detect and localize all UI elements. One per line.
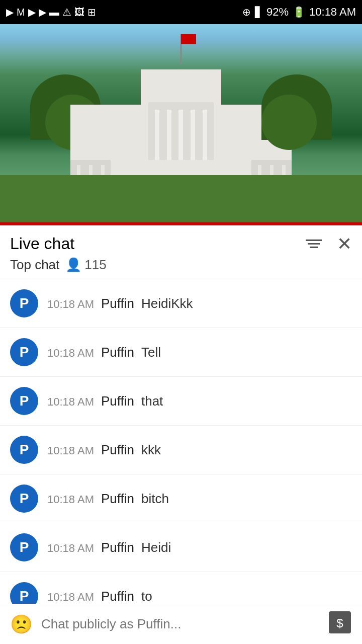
- time-display: 10:18 AM: [309, 6, 356, 19]
- status-bar-left: ▶ M ▶ ▶ ▬ ⚠ 🖼 ⊞: [6, 6, 96, 18]
- chat-content: 10:18 AM Puffin bitch: [47, 491, 352, 507]
- chat-message-item[interactable]: P 10:18 AM Puffin Heidi: [0, 523, 362, 572]
- chat-text: Tell: [141, 345, 161, 360]
- chat-time: 10:18 AM: [47, 542, 94, 555]
- video-area[interactable]: [0, 24, 362, 225]
- chat-message-item[interactable]: P 10:18 AM Puffin HeidiKkk: [0, 279, 362, 328]
- superchat-button[interactable]: $: [326, 610, 354, 638]
- chat-text: that: [141, 393, 163, 409]
- chat-username: Puffin: [101, 296, 134, 311]
- image-icon: 🖼: [74, 7, 84, 18]
- emoji-button[interactable]: 🙁: [8, 611, 34, 637]
- chat-time: 10:18 AM: [47, 493, 94, 506]
- livechat-controls: ✕: [303, 235, 352, 253]
- chat-message-item[interactable]: P 10:18 AM Puffin that: [0, 377, 362, 426]
- chat-content: 10:18 AM Puffin to: [47, 589, 352, 604]
- chat-time: 10:18 AM: [47, 395, 94, 409]
- filter-line-3: [310, 247, 318, 248]
- chat-username: Puffin: [101, 442, 134, 458]
- chat-content: 10:18 AM Puffin kkk: [47, 442, 352, 458]
- avatar: P: [10, 338, 38, 366]
- chat-time: 10:18 AM: [47, 298, 94, 311]
- folder-icon: ▬: [49, 7, 59, 18]
- avatar: P: [10, 533, 38, 561]
- chat-text: HeidiKkk: [141, 296, 193, 311]
- chat-username: Puffin: [101, 491, 134, 507]
- chat-time: 10:18 AM: [47, 591, 94, 604]
- chat-content: 10:18 AM Puffin HeidiKkk: [47, 296, 352, 311]
- alert-icon: ⚠: [62, 6, 71, 18]
- chat-username: Puffin: [101, 345, 134, 360]
- chat-message-item[interactable]: P 10:18 AM Puffin Tell: [0, 328, 362, 377]
- status-bar-right: ⊕ ▋ 92% 🔋 10:18 AM: [242, 6, 356, 19]
- chat-message-item[interactable]: P 10:18 AM Puffin kkk: [0, 426, 362, 474]
- topchat-label: Top chat: [10, 257, 59, 273]
- chat-input-bar: 🙁 $: [0, 604, 362, 644]
- avatar: P: [10, 387, 38, 415]
- chat-username: Puffin: [101, 589, 134, 604]
- youtube3-icon: ▶: [39, 6, 46, 18]
- chat-message-item[interactable]: P 10:18 AM Puffin bitch: [0, 474, 362, 523]
- viewer-number: 115: [84, 257, 106, 273]
- status-bar: ▶ M ▶ ▶ ▬ ⚠ 🖼 ⊞ ⊕ ▋ 92% 🔋 10:18 AM: [0, 0, 362, 24]
- chat-text: bitch: [141, 491, 169, 507]
- chat-list: P 10:18 AM Puffin HeidiKkk P 10:18 AM Pu…: [0, 279, 362, 644]
- topchat-row: Top chat 👤 115: [10, 257, 352, 279]
- battery-icon: 🔋: [293, 6, 305, 18]
- avatar: P: [10, 485, 38, 513]
- chat-input[interactable]: [41, 616, 319, 632]
- avatar: P: [10, 436, 38, 464]
- chat-text: to: [141, 589, 152, 604]
- m-icon: M: [17, 7, 25, 18]
- youtube-icon: ▶: [6, 6, 14, 18]
- chat-time: 10:18 AM: [47, 444, 94, 457]
- battery-percent: 92%: [266, 6, 289, 19]
- livechat-title-row: Live chat ✕: [10, 234, 352, 253]
- filter-button[interactable]: [303, 236, 325, 251]
- chat-time: 10:18 AM: [47, 347, 94, 360]
- livechat-header: Live chat ✕ Top chat 👤 115: [0, 225, 362, 279]
- close-button[interactable]: ✕: [337, 235, 352, 253]
- progress-bar: [0, 222, 362, 225]
- emoji-icon: 🙁: [10, 614, 33, 635]
- avatar: P: [10, 289, 38, 317]
- chat-text: Heidi: [141, 540, 171, 555]
- chat-text: kkk: [141, 442, 161, 458]
- chat-content: 10:18 AM Puffin that: [47, 393, 352, 409]
- chat-username: Puffin: [101, 393, 134, 409]
- signal-icon: ▋: [255, 6, 262, 18]
- livechat-title: Live chat: [10, 234, 74, 253]
- filter-line-1: [306, 239, 322, 241]
- svg-text:$: $: [336, 616, 343, 630]
- chat-content: 10:18 AM Puffin Heidi: [47, 540, 352, 555]
- filter-line-2: [308, 243, 320, 245]
- dollar-icon: $: [329, 611, 351, 637]
- chat-username: Puffin: [101, 540, 134, 555]
- wifi-icon: ⊕: [242, 6, 251, 18]
- grid-icon: ⊞: [87, 6, 96, 18]
- chat-content: 10:18 AM Puffin Tell: [47, 345, 352, 360]
- viewer-count: 👤 115: [65, 257, 106, 273]
- person-icon: 👤: [65, 257, 81, 273]
- youtube2-icon: ▶: [28, 6, 36, 18]
